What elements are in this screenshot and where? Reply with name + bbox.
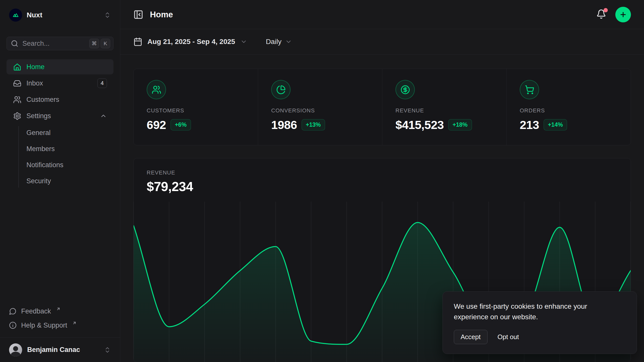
stat-conversions: CONVERSIONS 1986 +13% xyxy=(258,69,382,145)
delta-badge: +14% xyxy=(544,119,567,130)
inbox-count-badge: 4 xyxy=(97,78,107,88)
sidebar-item-general[interactable]: General xyxy=(26,125,113,141)
kbd-cmd: ⌘ xyxy=(89,39,99,48)
info-circle-icon xyxy=(9,322,17,329)
revenue-chart-value: $79,234 xyxy=(147,179,618,194)
granularity-select[interactable]: Daily xyxy=(266,38,292,46)
panel-left-close-icon xyxy=(133,10,143,20)
settings-subnav: General Members Notifications Security xyxy=(18,125,113,189)
kbd-k: K xyxy=(101,39,110,48)
calendar-icon xyxy=(133,37,142,46)
workspace-switcher[interactable]: Nuxt xyxy=(7,8,113,23)
sidebar-item-feedback[interactable]: Feedback xyxy=(7,304,113,318)
sidebar-item-customers[interactable]: Customers xyxy=(7,92,113,107)
sidebar-item-help-support[interactable]: Help & Support xyxy=(7,318,113,332)
gear-icon xyxy=(13,112,21,120)
inbox-icon xyxy=(13,79,21,87)
stat-customers: CUSTOMERS 692 +6% xyxy=(134,69,258,145)
chevron-up-icon xyxy=(100,112,107,119)
user-avatar xyxy=(9,343,22,356)
search-icon xyxy=(11,40,18,47)
shopping-cart-icon xyxy=(520,80,539,99)
cookie-message: We use first-party cookies to enhance yo… xyxy=(454,301,615,322)
date-range-picker[interactable]: Aug 21, 2025 - Sep 4, 2025 xyxy=(133,37,247,46)
chevrons-up-down-icon xyxy=(104,12,111,19)
sidebar-item-security[interactable]: Security xyxy=(26,173,113,189)
notification-dot xyxy=(603,8,608,12)
search-field[interactable] xyxy=(22,40,85,48)
sidebar: Nuxt ⌘K Home xyxy=(0,0,120,362)
circle-dollar-icon xyxy=(395,80,415,99)
sidebar-nav: Home Inbox 4 Customers Settings xyxy=(7,59,113,189)
sidebar-item-members[interactable]: Members xyxy=(26,141,113,157)
stats-card: CUSTOMERS 692 +6% CONVERSIONS 1986 +13% xyxy=(133,69,631,145)
chevron-down-icon xyxy=(240,38,247,45)
sidebar-item-settings[interactable]: Settings xyxy=(7,108,113,123)
filterbar: Aug 21, 2025 - Sep 4, 2025 Daily xyxy=(120,29,644,55)
add-button[interactable] xyxy=(615,7,631,22)
cookie-banner: We use first-party cookies to enhance yo… xyxy=(442,291,637,354)
plus-icon xyxy=(619,11,627,18)
user-name: Benjamin Canac xyxy=(27,346,99,354)
chevron-down-icon xyxy=(285,38,292,45)
sidebar-item-notifications[interactable]: Notifications xyxy=(26,157,113,173)
home-icon xyxy=(13,63,21,71)
topbar: Home xyxy=(120,0,644,29)
stat-orders: ORDERS 213 +14% xyxy=(506,69,631,145)
delta-badge: +18% xyxy=(448,119,472,130)
nuxt-logo-icon xyxy=(9,9,22,22)
delta-badge: +13% xyxy=(302,119,325,130)
external-link-icon xyxy=(56,307,61,311)
app-root: Nuxt ⌘K Home xyxy=(0,0,644,362)
users-icon xyxy=(147,80,166,99)
cookie-optout-button[interactable]: Opt out xyxy=(498,333,519,341)
revenue-chart-label: REVENUE xyxy=(147,169,618,176)
sidebar-item-inbox[interactable]: Inbox 4 xyxy=(7,76,113,91)
sidebar-item-home[interactable]: Home xyxy=(7,59,113,74)
page-title: Home xyxy=(150,10,173,19)
message-circle-icon xyxy=(9,307,17,315)
external-link-icon xyxy=(72,321,77,325)
pie-chart-icon xyxy=(271,80,291,99)
users-icon xyxy=(13,96,21,104)
stat-revenue: REVENUE $415,523 +18% xyxy=(382,69,506,145)
collapse-sidebar-button[interactable] xyxy=(133,10,143,20)
workspace-name: Nuxt xyxy=(27,11,99,19)
delta-badge: +6% xyxy=(171,119,191,130)
cookie-accept-button[interactable]: Accept xyxy=(454,330,488,344)
chevrons-up-down-icon xyxy=(104,346,111,353)
sidebar-spacer xyxy=(7,189,113,304)
search-input[interactable]: ⌘K xyxy=(7,37,113,50)
user-menu[interactable]: Benjamin Canac xyxy=(0,337,120,362)
